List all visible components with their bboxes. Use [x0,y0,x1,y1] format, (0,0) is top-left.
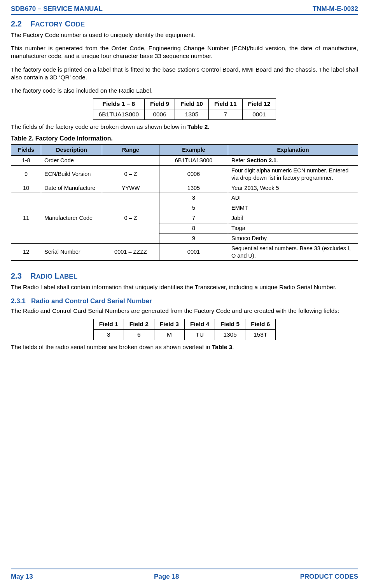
td: 6B1TUA1S000 [159,156,228,166]
table-row: 1-8 Order Code 6B1TUA1S000 Refer Section… [11,156,358,166]
para: The fields of the radio serial number ar… [11,343,358,351]
factory-code-example-table: Fields 1 – 8 Field 9 Field 10 Field 11 F… [93,98,276,120]
th: Fields 1 – 8 [93,99,144,109]
th: Field 4 [185,319,215,329]
th: Explanation [228,145,358,156]
ref-table-2: Table 2 [187,123,208,130]
td: ADI [228,193,358,203]
table-2-caption: Table 2. Factory Code Information. [11,135,358,143]
td: Four digit alpha numeric ECN number. Ent… [228,165,358,183]
heading-word: FACTORY [30,19,63,28]
para: The Factory Code number is used to uniqu… [11,31,358,39]
rest: ODE [70,21,85,28]
subsection-num: 2.3.1 [11,297,26,305]
cap: C [65,19,70,28]
td: 1305 [175,109,209,120]
td: 6B1TUA1S000 [93,109,144,120]
text: . [232,344,234,350]
td: 6 [124,329,154,340]
table-row: 9 ECN/Build Version 0 – Z 0006 Four digi… [11,165,358,183]
td: Jabil [228,213,358,223]
td: Sequential serial numbers. Base 33 (excl… [228,243,358,261]
ref-table-3: Table 3 [212,344,232,350]
th: Example [159,145,228,156]
td: ECN/Build Version [41,165,102,183]
th: Field 2 [124,319,154,329]
page-footer: May 13 Page 18 PRODUCT CODES [11,572,358,581]
ref-section-2-1: Section 2.1 [247,157,277,163]
th: Field 12 [242,99,276,109]
header-rule [11,14,358,15]
td: Year 2013, Week 5 [228,183,358,193]
td: 12 [11,243,41,261]
th: Field 9 [145,99,175,109]
para: The factory code is also included on the… [11,87,358,95]
td: YYWW [102,183,159,193]
section-num: 2.2 [11,19,22,28]
table-row: 3 6 M TU 1305 153T [93,329,276,340]
td: 153T [245,329,276,340]
text: Refer [231,157,247,163]
td: 7 [159,213,228,223]
subsection-title: Radio and Control Card Serial Number [31,297,152,305]
td: 8 [159,223,228,233]
td: 0006 [145,109,175,120]
table-row: 6B1TUA1S000 0006 1305 7 0001 [93,109,276,120]
th: Fields [11,145,41,156]
td: M [154,329,184,340]
th: Range [102,145,159,156]
table-row: Fields 1 – 8 Field 9 Field 10 Field 11 F… [93,99,276,109]
header-right: TNM-M-E-0032 [313,5,358,13]
table-2-factory-code-info: Fields Description Range Example Explana… [11,144,358,261]
section-num: 2.3 [11,272,22,280]
footer-center: Page 18 [154,572,179,581]
td: 0001 – ZZZZ [102,243,159,261]
td: 5 [159,203,228,213]
td: EMMT [228,203,358,213]
th: Field 11 [208,99,242,109]
text: The fields of the radio serial number ar… [11,344,212,350]
td: 9 [159,233,228,243]
th: Field 1 [93,319,124,329]
td: Simoco Derby [228,233,358,243]
rest: ABEL [59,273,77,280]
table-row: 10 Date of Manufacture YYWW 1305 Year 20… [11,183,358,193]
rest: ADIO [36,273,53,280]
text: The fields of the factory code are broke… [11,123,187,130]
footer-left: May 13 [11,572,33,581]
td: 10 [11,183,41,193]
cap: L [55,272,59,280]
footer-right: PRODUCT CODES [300,572,358,581]
td: TU [185,329,215,340]
th: Field 6 [245,319,276,329]
td: 11 [11,193,41,243]
td: 1-8 [11,156,41,166]
table-row: 11 Manufacturer Code 0 – Z 3 ADI [11,193,358,203]
td: 9 [11,165,41,183]
section-2-3-1-heading: 2.3.1 Radio and Control Card Serial Numb… [11,297,358,305]
radio-serial-example-table: Field 1 Field 2 Field 3 Field 4 Field 5 … [93,319,276,340]
page-header: SDB670 – SERVICE MANUAL TNM-M-E-0032 [11,5,358,14]
td: 3 [93,329,124,340]
th: Description [41,145,102,156]
para: The Radio and Control Card Serial Number… [11,307,358,315]
td: Serial Number [41,243,102,261]
th: Field 5 [215,319,245,329]
section-2-3-heading: 2.3 RADIO LABEL [11,271,358,281]
table-row: Fields Description Range Example Explana… [11,145,358,156]
heading-word: RADIO [30,272,52,280]
text: . [276,157,278,163]
para: The fields of the factory code are broke… [11,123,358,131]
td: 1305 [215,329,245,340]
td: 0006 [159,165,228,183]
th: Field 10 [175,99,209,109]
table-row: 12 Serial Number 0001 – ZZZZ 0001 Sequen… [11,243,358,261]
heading-word: LABEL [55,272,78,280]
td: 1305 [159,183,228,193]
td: Refer Section 2.1. [228,156,358,166]
td: 0001 [159,243,228,261]
table-row: Field 1 Field 2 Field 3 Field 4 Field 5 … [93,319,276,329]
td: 0 – Z [102,193,159,243]
td: Tioga [228,223,358,233]
para: The Radio Label shall contain informatio… [11,283,358,291]
